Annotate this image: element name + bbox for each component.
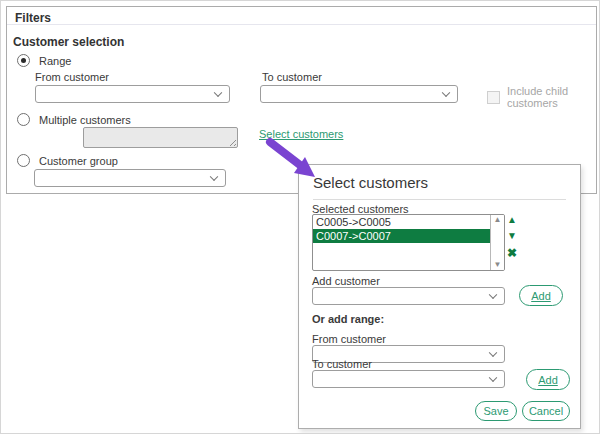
add-customer-label: Add customer: [312, 275, 380, 287]
chevron-down-icon: [489, 291, 497, 299]
radio-button-icon[interactable]: [17, 154, 30, 167]
save-button-label: Save: [483, 405, 508, 417]
from-customer-label: From customer: [35, 71, 109, 83]
radio-customer-group-label: Customer group: [39, 155, 118, 167]
add-range-button-label: Add: [538, 374, 558, 386]
customer-selection-heading: Customer selection: [13, 35, 124, 49]
chevron-down-icon: [442, 89, 450, 97]
range-to-customer-label: To customer: [312, 358, 372, 370]
to-customer-dropdown[interactable]: [260, 85, 458, 103]
selected-customers-listbox[interactable]: C0005->C0005 C0007->C0007 ▲ ▼: [312, 214, 505, 271]
add-customer-dropdown[interactable]: [312, 287, 505, 305]
multiple-customers-textarea: [83, 127, 238, 148]
screen: Filters Customer selection Range From cu…: [0, 0, 600, 434]
dialog-title: Select customers: [313, 174, 428, 191]
to-customer-label: To customer: [262, 71, 322, 83]
include-child-customers-option: Include child customers: [487, 85, 596, 109]
add-customer-button[interactable]: Add: [519, 285, 563, 306]
filters-title: Filters: [15, 11, 51, 25]
customer-group-dropdown[interactable]: [34, 169, 226, 187]
chevron-down-icon: [489, 374, 497, 382]
checkbox-icon: [487, 91, 500, 104]
list-item[interactable]: C0007->C0007: [313, 229, 490, 243]
chevron-down-icon: [489, 349, 497, 357]
range-to-customer-dropdown[interactable]: [312, 370, 505, 388]
radio-customer-group[interactable]: Customer group: [17, 154, 118, 167]
select-customers-link[interactable]: Select customers: [259, 128, 343, 140]
move-up-icon[interactable]: ▲: [507, 215, 517, 225]
listbox-scrollbar[interactable]: ▲ ▼: [490, 215, 504, 270]
resize-handle-icon: [227, 137, 236, 146]
include-child-customers-label: Include child customers: [507, 85, 596, 109]
move-down-icon[interactable]: ▼: [507, 231, 517, 241]
chevron-down-icon: [214, 89, 222, 97]
radio-button-icon[interactable]: [17, 113, 30, 126]
from-customer-dropdown[interactable]: [35, 85, 230, 103]
cancel-button-label: Cancel: [529, 405, 563, 417]
list-item[interactable]: C0005->C0005: [313, 215, 490, 229]
divider: [313, 199, 566, 200]
scroll-up-icon[interactable]: ▲: [494, 216, 502, 224]
range-from-customer-label: From customer: [312, 333, 386, 345]
radio-button-icon[interactable]: [17, 54, 30, 67]
radio-range[interactable]: Range: [17, 54, 71, 67]
radio-multiple-customers-label: Multiple customers: [39, 114, 131, 126]
add-range-button[interactable]: Add: [526, 369, 570, 390]
add-button-label: Add: [531, 290, 551, 302]
divider: [7, 24, 596, 25]
save-button[interactable]: Save: [475, 401, 517, 421]
list-controls: ▲ ▼ ✖: [504, 215, 520, 259]
select-customers-dialog: Select customers Selected customers C000…: [298, 164, 581, 429]
cancel-button[interactable]: Cancel: [522, 401, 570, 421]
radio-range-label: Range: [39, 55, 71, 67]
remove-icon[interactable]: ✖: [507, 247, 517, 259]
chevron-down-icon: [210, 173, 218, 181]
radio-multiple-customers[interactable]: Multiple customers: [17, 113, 131, 126]
scroll-down-icon[interactable]: ▼: [494, 261, 502, 269]
or-add-range-label: Or add range:: [312, 313, 384, 325]
